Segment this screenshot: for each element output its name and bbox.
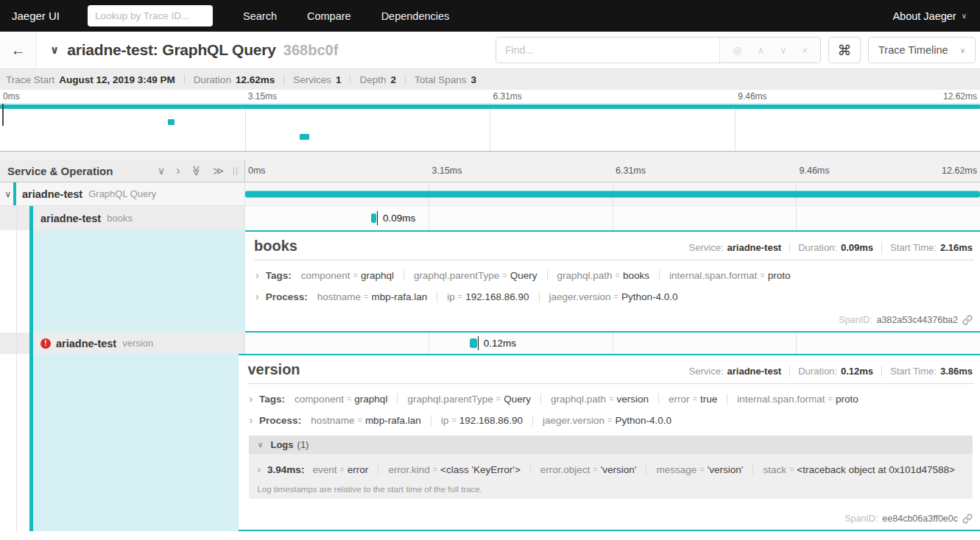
collapse-deep-icon[interactable]: ≫ xyxy=(191,166,202,177)
main-nav: Search Compare Dependencies xyxy=(213,10,449,22)
find-input[interactable] xyxy=(496,38,719,63)
log-field: error.kind=<class 'KeyError'> xyxy=(378,464,530,475)
service-operation-title: Service & Operation xyxy=(7,165,113,177)
link-icon[interactable] xyxy=(962,514,973,524)
chevron-right-icon[interactable]: › xyxy=(249,393,253,405)
service-label: Service: xyxy=(689,242,724,253)
tags-label[interactable]: Tags: xyxy=(259,394,285,405)
tags-label[interactable]: Tags: xyxy=(266,270,292,281)
equals: = xyxy=(593,465,597,474)
nav-search[interactable]: Search xyxy=(243,10,277,22)
tag-item: internal.span.format=proto xyxy=(660,270,800,281)
ruler-tick: 3.15ms xyxy=(432,166,462,176)
tags-row: › Tags: component=graphql graphql.parent… xyxy=(249,393,974,405)
log-field: error.object='version' xyxy=(531,464,647,475)
minimap-canvas[interactable] xyxy=(0,104,980,152)
error-mark: ! xyxy=(44,339,46,347)
log-value: <class 'KeyError'> xyxy=(440,464,521,475)
logs-header[interactable]: ∨ Logs (1) xyxy=(249,436,973,454)
collapse-trace-chevron-icon[interactable]: ∨ xyxy=(50,43,59,57)
tag-value: Query xyxy=(510,270,537,281)
next-match-icon[interactable]: ∨ xyxy=(780,45,787,56)
meta-trace-start: Trace Start August 12, 2019 3:49 PM xyxy=(6,74,175,85)
chevron-right-icon[interactable]: › xyxy=(255,291,259,302)
clear-find-icon[interactable]: × xyxy=(802,45,808,56)
process-row: › Process: hostname=mbp-rafa.lan ip=192.… xyxy=(249,414,974,426)
equals: = xyxy=(433,465,437,474)
link-icon[interactable] xyxy=(962,315,973,325)
equals: = xyxy=(339,465,344,474)
tag-value: Query xyxy=(504,394,531,405)
equals: = xyxy=(616,271,620,280)
process-value: Python-4.0.0 xyxy=(621,291,678,302)
focus-match-icon[interactable]: ◎ xyxy=(733,44,741,56)
chevron-down-icon: ∨ xyxy=(960,46,965,54)
expand-all-icon[interactable]: ≫ xyxy=(213,165,224,177)
expand-collapse-controls: ∨ › ≫ ≫ xyxy=(158,164,224,177)
chevron-right-icon[interactable]: › xyxy=(257,463,261,475)
keyboard-shortcuts-button[interactable]: ⌘ xyxy=(828,37,861,63)
chevron-right-icon[interactable]: › xyxy=(249,414,253,426)
meta-value: August 12, 2019 3:49 PM xyxy=(59,74,175,85)
separator xyxy=(789,243,790,253)
service-name: ariadne-test xyxy=(40,213,101,224)
tag-item: component=graphql xyxy=(295,394,398,405)
process-key: hostname xyxy=(311,415,354,426)
logs-title: Logs xyxy=(270,439,293,450)
log-value: <traceback object at 0x101d47588> xyxy=(797,464,955,475)
trace-header: ← ∨ ariadne-test: GraphQL Query 368bc0f … xyxy=(0,32,980,69)
nav-dependencies[interactable]: Dependencies xyxy=(381,10,450,22)
log-entry[interactable]: › 3.94ms: event=error error.kind=<class … xyxy=(257,463,965,475)
span-name-books[interactable]: ariadne-test books xyxy=(0,206,245,230)
about-jaeger-menu[interactable]: About Jaeger ∨ xyxy=(892,10,967,22)
span-name-version[interactable]: ! ariadne-test version xyxy=(0,333,245,354)
service-name: ariadne-test xyxy=(56,338,116,349)
trace-title: ariadne-test: GraphQL Query xyxy=(67,41,276,59)
span-dot[interactable] xyxy=(371,213,376,223)
tags-row: › Tags: component=graphql graphql.parent… xyxy=(255,269,974,281)
log-note: Log timestamps are relative to the start… xyxy=(257,485,965,494)
app-brand[interactable]: Jaeger UI xyxy=(12,10,60,22)
span-detail-highlight[interactable] xyxy=(33,230,245,333)
span-marker-version[interactable]: 0.12ms xyxy=(470,333,516,354)
expand-one-icon[interactable]: › xyxy=(176,164,180,177)
span-name-root[interactable]: ∨ ariadne-test GraphQL Query xyxy=(0,182,245,205)
span-id-value: ee84cb06a3ff0e0c xyxy=(882,514,958,524)
minimap-drag-handle[interactable] xyxy=(2,104,4,126)
process-label[interactable]: Process: xyxy=(266,291,308,302)
log-value: 'version' xyxy=(708,464,744,475)
column-resize-handle[interactable] xyxy=(233,167,237,175)
span-detail-tree-column xyxy=(0,354,239,531)
tag-key: component xyxy=(295,394,344,405)
span-bar-root[interactable] xyxy=(245,191,980,197)
back-button[interactable]: ← xyxy=(0,32,37,68)
trace-view-select[interactable]: Trace Timeline ∨ xyxy=(868,37,976,63)
minimap-span-books xyxy=(168,119,175,125)
span-duration-label: 0.12ms xyxy=(484,338,516,349)
equals: = xyxy=(458,292,462,301)
trace-lookup-input[interactable] xyxy=(88,5,213,26)
span-dot[interactable] xyxy=(470,338,476,348)
span-detail-highlight[interactable] xyxy=(33,354,239,531)
tag-key: graphql.path xyxy=(557,270,613,281)
span-id-row: SpanID: ee84cb06a3ff0e0c xyxy=(247,514,974,525)
service-value: ariadne-test xyxy=(727,242,782,253)
ruler-tick: 3.15ms xyxy=(248,91,277,102)
span-row-books: ariadne-test books 0.09ms xyxy=(0,206,980,230)
nav-compare[interactable]: Compare xyxy=(307,10,351,22)
span-duration-label: 0.09ms xyxy=(383,213,415,224)
service-value: ariadne-test xyxy=(727,366,782,377)
chevron-right-icon[interactable]: › xyxy=(255,269,259,281)
collapse-all-icon[interactable]: ∨ xyxy=(158,165,165,177)
meta-value: 1 xyxy=(336,74,342,85)
separator xyxy=(283,74,284,85)
logs-section: ∨ Logs (1) › 3.94ms: event=error error.k… xyxy=(249,436,973,499)
span-marker-books[interactable]: 0.09ms xyxy=(371,206,415,230)
prev-match-icon[interactable]: ∧ xyxy=(757,45,764,56)
process-label[interactable]: Process: xyxy=(259,415,301,426)
process-row: › Process: hostname=mbp-rafa.lan ip=192.… xyxy=(255,291,974,302)
ruler-tick: 9.46ms xyxy=(738,91,766,102)
log-key: message xyxy=(656,464,697,475)
equals: = xyxy=(607,416,612,424)
span-color-bar xyxy=(29,206,33,230)
